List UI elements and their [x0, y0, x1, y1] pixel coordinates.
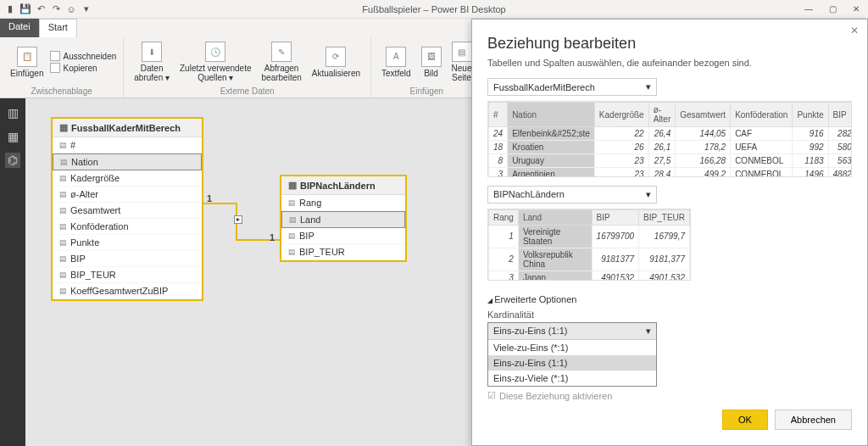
cell: 23 [594, 168, 648, 177]
get-data-button[interactable]: ⬇Daten abrufen ▾ [131, 39, 173, 85]
textbox-button[interactable]: ATextfeld [378, 39, 414, 85]
column-rang[interactable]: Rang [281, 195, 405, 211]
data-view-icon[interactable]: ▦ [5, 129, 20, 144]
table-fussball[interactable]: FussballKaderMitBerech #NationKadergröße… [51, 117, 203, 301]
col-header[interactable]: BIP_TEUR [639, 209, 690, 225]
cancel-button[interactable]: Abbrechen [775, 410, 852, 430]
save-icon[interactable]: 💾 [19, 3, 32, 16]
col-header[interactable]: Rang [489, 209, 519, 225]
close-button[interactable]: ✕ [844, 4, 868, 14]
col-header[interactable]: Kadergröße [594, 103, 648, 127]
undo-icon[interactable]: ↶ [34, 3, 47, 16]
cell: 3 [489, 270, 519, 281]
cell: 58058 [828, 141, 852, 154]
dialog-subtitle: Tabellen und Spalten auswählen, die aufe… [487, 58, 852, 68]
app-icon: ▮ [3, 3, 17, 16]
column-ø-alter[interactable]: ø-Alter [53, 187, 202, 203]
cell: Japan [518, 270, 592, 281]
cell: 2 [489, 248, 519, 270]
preview-table1[interactable]: #NationKadergrößeø-AlterGesamtwertKonföd… [487, 101, 852, 177]
cell: 28288 [828, 127, 852, 141]
col-header[interactable]: BIP [592, 209, 639, 225]
maximize-button[interactable]: ▢ [821, 4, 844, 14]
cut-button[interactable]: Ausschneiden [50, 51, 116, 61]
col-header[interactable]: BIP [828, 103, 852, 127]
chevron-down-icon: ▾ [646, 326, 651, 337]
ribbon-label-clipboard: Zwischenablage [7, 86, 116, 96]
column-bip[interactable]: BIP [53, 251, 202, 267]
tab-start[interactable]: Start [39, 19, 77, 37]
cell: 178,2 [676, 141, 731, 154]
cell: 1183 [793, 154, 828, 168]
table-header-fussball[interactable]: FussballKaderMitBerech [53, 119, 202, 137]
table-header-bip[interactable]: BIPNachLändern [281, 176, 405, 195]
cardinality-dropdown[interactable]: Eins-zu-Eins (1:1)▾ Viele-zu-Eins (*:1)E… [487, 322, 657, 387]
column-punkte[interactable]: Punkte [53, 235, 202, 251]
qat-dropdown-icon[interactable]: ▾ [80, 3, 93, 16]
cardinality-option[interactable]: Eins-zu-Eins (1:1) [488, 355, 656, 371]
table-bip[interactable]: BIPNachLändern RangLandBIPBIP_TEUR [280, 175, 407, 262]
copy-button[interactable]: Kopieren [50, 63, 116, 73]
window-title: Fußballspieler – Power BI Desktop [362, 4, 505, 14]
cell: UEFA [731, 141, 793, 154]
cell: CONMEBOL [731, 168, 793, 177]
column-bip_teur[interactable]: BIP_TEUR [53, 267, 202, 283]
cell: 499,2 [676, 168, 731, 177]
window-controls: — ▢ ✕ [797, 4, 868, 14]
ok-button[interactable]: OK [722, 410, 768, 430]
column-koeffgesamtwertzubip[interactable]: KoeffGesamtwertZuBIP [53, 283, 202, 299]
cell: 3 [489, 168, 508, 177]
edit-relationship-dialog: ✕ Beziehung bearbeiten Tabellen und Spal… [471, 19, 868, 446]
checkbox-icon[interactable]: ☑ [487, 390, 496, 401]
col-header[interactable]: Gesamtwert [676, 103, 731, 127]
model-view-icon[interactable]: ⌬ [5, 153, 20, 168]
cell: Argentinien [508, 168, 595, 177]
column-#[interactable]: # [53, 137, 202, 153]
smile-icon[interactable]: ☺ [64, 3, 78, 16]
recent-sources-button[interactable]: 🕓Zuletzt verwendete Quellen ▾ [176, 39, 255, 85]
col-header[interactable]: Konföderation [731, 103, 793, 127]
relationship-handle[interactable]: ▸ [234, 215, 242, 224]
col-header[interactable]: Punkte [793, 103, 828, 127]
column-konföderation[interactable]: Konföderation [53, 219, 202, 235]
cell: 1496 [793, 168, 828, 177]
column-gesamtwert[interactable]: Gesamtwert [53, 203, 202, 219]
image-button[interactable]: 🖼Bild [418, 39, 445, 85]
activate-checkbox-row[interactable]: ☑Diese Beziehung aktivieren [487, 390, 852, 401]
cell: 488213 [828, 168, 852, 177]
minimize-button[interactable]: — [797, 4, 821, 14]
col-header[interactable]: # [489, 103, 508, 127]
cell: 992 [793, 141, 828, 154]
redo-icon[interactable]: ↷ [49, 3, 63, 16]
col-header[interactable]: Land [518, 209, 592, 225]
advanced-options-expander[interactable]: Erweiterte Optionen [487, 294, 852, 304]
edit-queries-button[interactable]: ✎Abfragen bearbeiten [259, 39, 305, 85]
cell: 23 [594, 154, 648, 168]
column-land[interactable]: Land [281, 211, 405, 228]
dialog-close-icon[interactable]: ✕ [850, 25, 859, 36]
col-header[interactable]: ø-Alter [648, 103, 676, 127]
cell: 8 [489, 154, 508, 168]
paste-button[interactable]: 📋Einfügen [7, 39, 47, 85]
column-nation[interactable]: Nation [53, 153, 202, 170]
table1-dropdown[interactable]: FussballKaderMitBerech▾ [487, 78, 657, 96]
cardinality-selected[interactable]: Eins-zu-Eins (1:1)▾ [488, 323, 656, 339]
column-kadergröße[interactable]: Kadergröße [53, 170, 202, 187]
ribbon-label-insert: Einfügen [378, 86, 475, 96]
cell: Uruguay [508, 154, 595, 168]
refresh-button[interactable]: ⟳Aktualisieren [309, 39, 364, 85]
tab-file[interactable]: Datei [0, 19, 39, 37]
dialog-footer: OK Abbrechen [487, 401, 852, 430]
report-view-icon[interactable]: ▥ [5, 105, 20, 120]
cell: 26,4 [648, 127, 676, 141]
column-bip_teur[interactable]: BIP_TEUR [281, 244, 405, 260]
col-header[interactable]: Nation [508, 103, 595, 127]
cardinality-option[interactable]: Eins-zu-Viele (*:1) [488, 371, 656, 386]
column-bip[interactable]: BIP [281, 228, 405, 244]
cell: 16799700 [592, 225, 639, 248]
cardinality-option[interactable]: Viele-zu-Eins (*:1) [488, 340, 656, 355]
ribbon-group-clipboard: 📋Einfügen Ausschneiden Kopieren Zwischen… [0, 37, 124, 98]
table2-dropdown[interactable]: BIPNachLändern▾ [487, 186, 657, 203]
preview-table2[interactable]: RangLandBIPBIP_TEUR1Vereinigte Staaten16… [487, 209, 691, 281]
cell: 56345 [828, 154, 852, 168]
